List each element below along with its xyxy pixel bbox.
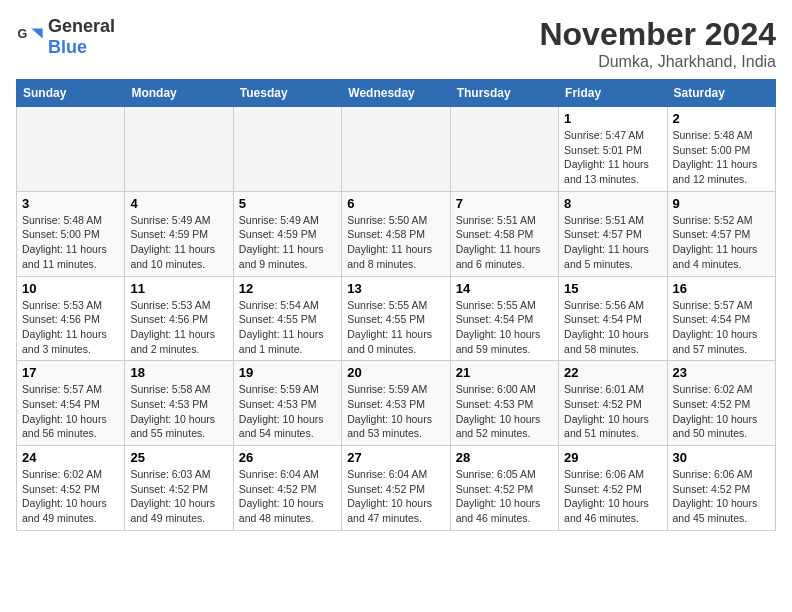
calendar-cell: 24Sunrise: 6:02 AMSunset: 4:52 PMDayligh…	[17, 446, 125, 531]
title-area: November 2024 Dumka, Jharkhand, India	[539, 16, 776, 71]
calendar-cell: 27Sunrise: 6:04 AMSunset: 4:52 PMDayligh…	[342, 446, 450, 531]
calendar-cell: 16Sunrise: 5:57 AMSunset: 4:54 PMDayligh…	[667, 276, 775, 361]
calendar-cell: 8Sunrise: 5:51 AMSunset: 4:57 PMDaylight…	[559, 191, 667, 276]
day-info: Sunrise: 5:55 AMSunset: 4:55 PMDaylight:…	[347, 298, 444, 357]
day-info: Sunrise: 6:02 AMSunset: 4:52 PMDaylight:…	[22, 467, 119, 526]
calendar-cell: 20Sunrise: 5:59 AMSunset: 4:53 PMDayligh…	[342, 361, 450, 446]
location-title: Dumka, Jharkhand, India	[539, 53, 776, 71]
calendar-cell	[17, 107, 125, 192]
logo-icon: G	[16, 23, 44, 51]
day-info: Sunrise: 6:02 AMSunset: 4:52 PMDaylight:…	[673, 382, 770, 441]
day-number: 8	[564, 196, 661, 211]
day-info: Sunrise: 6:06 AMSunset: 4:52 PMDaylight:…	[673, 467, 770, 526]
day-number: 13	[347, 281, 444, 296]
weekday-header-row: SundayMondayTuesdayWednesdayThursdayFrid…	[17, 80, 776, 107]
day-number: 16	[673, 281, 770, 296]
day-info: Sunrise: 5:59 AMSunset: 4:53 PMDaylight:…	[347, 382, 444, 441]
calendar-cell: 26Sunrise: 6:04 AMSunset: 4:52 PMDayligh…	[233, 446, 341, 531]
day-number: 17	[22, 365, 119, 380]
calendar-cell: 22Sunrise: 6:01 AMSunset: 4:52 PMDayligh…	[559, 361, 667, 446]
calendar-cell: 9Sunrise: 5:52 AMSunset: 4:57 PMDaylight…	[667, 191, 775, 276]
weekday-header-friday: Friday	[559, 80, 667, 107]
day-info: Sunrise: 6:00 AMSunset: 4:53 PMDaylight:…	[456, 382, 553, 441]
calendar-week-3: 10Sunrise: 5:53 AMSunset: 4:56 PMDayligh…	[17, 276, 776, 361]
day-info: Sunrise: 5:49 AMSunset: 4:59 PMDaylight:…	[130, 213, 227, 272]
calendar-week-2: 3Sunrise: 5:48 AMSunset: 5:00 PMDaylight…	[17, 191, 776, 276]
day-number: 30	[673, 450, 770, 465]
calendar-cell: 29Sunrise: 6:06 AMSunset: 4:52 PMDayligh…	[559, 446, 667, 531]
calendar-cell: 11Sunrise: 5:53 AMSunset: 4:56 PMDayligh…	[125, 276, 233, 361]
calendar-cell	[450, 107, 558, 192]
calendar-cell	[125, 107, 233, 192]
calendar-table: SundayMondayTuesdayWednesdayThursdayFrid…	[16, 79, 776, 531]
day-info: Sunrise: 5:53 AMSunset: 4:56 PMDaylight:…	[22, 298, 119, 357]
day-number: 18	[130, 365, 227, 380]
calendar-cell: 15Sunrise: 5:56 AMSunset: 4:54 PMDayligh…	[559, 276, 667, 361]
day-info: Sunrise: 5:51 AMSunset: 4:57 PMDaylight:…	[564, 213, 661, 272]
day-number: 24	[22, 450, 119, 465]
day-number: 14	[456, 281, 553, 296]
day-info: Sunrise: 5:50 AMSunset: 4:58 PMDaylight:…	[347, 213, 444, 272]
day-info: Sunrise: 6:03 AMSunset: 4:52 PMDaylight:…	[130, 467, 227, 526]
day-info: Sunrise: 6:01 AMSunset: 4:52 PMDaylight:…	[564, 382, 661, 441]
logo-general: General	[48, 16, 115, 36]
day-info: Sunrise: 5:58 AMSunset: 4:53 PMDaylight:…	[130, 382, 227, 441]
day-info: Sunrise: 6:04 AMSunset: 4:52 PMDaylight:…	[347, 467, 444, 526]
weekday-header-monday: Monday	[125, 80, 233, 107]
day-number: 3	[22, 196, 119, 211]
calendar-cell	[342, 107, 450, 192]
day-info: Sunrise: 5:52 AMSunset: 4:57 PMDaylight:…	[673, 213, 770, 272]
day-number: 7	[456, 196, 553, 211]
logo-blue: Blue	[48, 37, 87, 57]
day-number: 29	[564, 450, 661, 465]
day-info: Sunrise: 5:48 AMSunset: 5:00 PMDaylight:…	[22, 213, 119, 272]
weekday-header-sunday: Sunday	[17, 80, 125, 107]
month-title: November 2024	[539, 16, 776, 53]
calendar-cell: 5Sunrise: 5:49 AMSunset: 4:59 PMDaylight…	[233, 191, 341, 276]
day-number: 28	[456, 450, 553, 465]
day-number: 12	[239, 281, 336, 296]
calendar-cell: 28Sunrise: 6:05 AMSunset: 4:52 PMDayligh…	[450, 446, 558, 531]
day-info: Sunrise: 5:54 AMSunset: 4:55 PMDaylight:…	[239, 298, 336, 357]
calendar-cell: 10Sunrise: 5:53 AMSunset: 4:56 PMDayligh…	[17, 276, 125, 361]
calendar-cell: 1Sunrise: 5:47 AMSunset: 5:01 PMDaylight…	[559, 107, 667, 192]
day-number: 21	[456, 365, 553, 380]
day-info: Sunrise: 5:53 AMSunset: 4:56 PMDaylight:…	[130, 298, 227, 357]
day-info: Sunrise: 5:57 AMSunset: 4:54 PMDaylight:…	[673, 298, 770, 357]
day-number: 1	[564, 111, 661, 126]
day-number: 5	[239, 196, 336, 211]
calendar-cell: 17Sunrise: 5:57 AMSunset: 4:54 PMDayligh…	[17, 361, 125, 446]
day-number: 27	[347, 450, 444, 465]
day-info: Sunrise: 5:48 AMSunset: 5:00 PMDaylight:…	[673, 128, 770, 187]
calendar-cell: 6Sunrise: 5:50 AMSunset: 4:58 PMDaylight…	[342, 191, 450, 276]
day-number: 20	[347, 365, 444, 380]
day-number: 2	[673, 111, 770, 126]
day-info: Sunrise: 5:51 AMSunset: 4:58 PMDaylight:…	[456, 213, 553, 272]
calendar-cell: 23Sunrise: 6:02 AMSunset: 4:52 PMDayligh…	[667, 361, 775, 446]
weekday-header-saturday: Saturday	[667, 80, 775, 107]
calendar-week-5: 24Sunrise: 6:02 AMSunset: 4:52 PMDayligh…	[17, 446, 776, 531]
calendar-cell: 13Sunrise: 5:55 AMSunset: 4:55 PMDayligh…	[342, 276, 450, 361]
calendar-week-4: 17Sunrise: 5:57 AMSunset: 4:54 PMDayligh…	[17, 361, 776, 446]
calendar-cell: 12Sunrise: 5:54 AMSunset: 4:55 PMDayligh…	[233, 276, 341, 361]
page-header: G General Blue November 2024 Dumka, Jhar…	[16, 16, 776, 71]
day-number: 15	[564, 281, 661, 296]
day-info: Sunrise: 5:59 AMSunset: 4:53 PMDaylight:…	[239, 382, 336, 441]
calendar-week-1: 1Sunrise: 5:47 AMSunset: 5:01 PMDaylight…	[17, 107, 776, 192]
calendar-cell: 3Sunrise: 5:48 AMSunset: 5:00 PMDaylight…	[17, 191, 125, 276]
weekday-header-wednesday: Wednesday	[342, 80, 450, 107]
day-info: Sunrise: 5:49 AMSunset: 4:59 PMDaylight:…	[239, 213, 336, 272]
day-info: Sunrise: 5:55 AMSunset: 4:54 PMDaylight:…	[456, 298, 553, 357]
day-info: Sunrise: 6:06 AMSunset: 4:52 PMDaylight:…	[564, 467, 661, 526]
calendar-cell: 7Sunrise: 5:51 AMSunset: 4:58 PMDaylight…	[450, 191, 558, 276]
svg-text:G: G	[17, 27, 27, 41]
day-info: Sunrise: 5:57 AMSunset: 4:54 PMDaylight:…	[22, 382, 119, 441]
calendar-cell: 14Sunrise: 5:55 AMSunset: 4:54 PMDayligh…	[450, 276, 558, 361]
weekday-header-thursday: Thursday	[450, 80, 558, 107]
day-number: 4	[130, 196, 227, 211]
weekday-header-tuesday: Tuesday	[233, 80, 341, 107]
day-info: Sunrise: 6:05 AMSunset: 4:52 PMDaylight:…	[456, 467, 553, 526]
day-number: 26	[239, 450, 336, 465]
day-number: 25	[130, 450, 227, 465]
calendar-cell: 2Sunrise: 5:48 AMSunset: 5:00 PMDaylight…	[667, 107, 775, 192]
